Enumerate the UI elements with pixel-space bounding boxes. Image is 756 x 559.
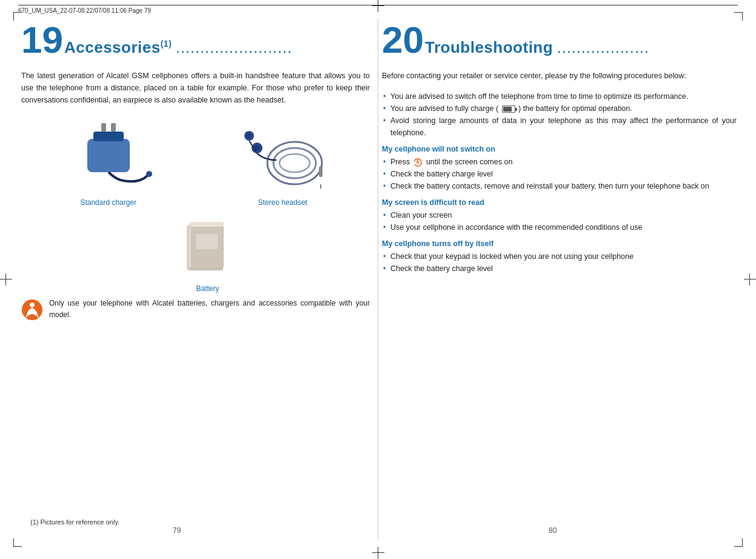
- charger-caption: Standard charger: [80, 198, 136, 207]
- page-number-80: 80: [549, 526, 557, 535]
- section1-bullet-3: Check the battery contacts, remove and r…: [382, 180, 737, 192]
- chapter20-heading: 20 Troubleshooting ...................: [382, 21, 737, 59]
- corner-mark-bl: [13, 538, 22, 547]
- intro-bullet-1: You are advised to switch off the teleph…: [382, 90, 737, 102]
- troubleshooting-intro: Before contacting your retailer or servi…: [382, 70, 737, 82]
- section3-bullet-2: Check the battery charge level: [382, 263, 737, 275]
- svg-point-20: [30, 303, 35, 307]
- svg-rect-3: [111, 123, 116, 132]
- chapter20-title: Troubleshooting ...................: [425, 38, 650, 57]
- warning-box: Only use your telephone with Alcatel bat…: [21, 298, 370, 321]
- header-bar: 670_UM_USA_22-07-08 22/07/08 11:06 Page …: [18, 5, 738, 14]
- svg-rect-12: [319, 166, 323, 177]
- chapter19-dots: ........................: [176, 43, 293, 55]
- section3-heading: My cellphone turns off by itself: [382, 239, 737, 248]
- section1-bullet-2: Check the battery charge level: [382, 168, 737, 180]
- section1-bullets: Press until the screen comes on Check th…: [382, 156, 737, 192]
- accessories-images: Standard charger Stereo heads: [21, 115, 370, 207]
- svg-point-4: [146, 171, 152, 177]
- chapter19-title: Accessories(1) ........................: [64, 38, 293, 57]
- warning-text: Only use your telephone with Alcatel bat…: [49, 298, 370, 321]
- section3-bullets: Check that your keypad is locked when yo…: [382, 250, 737, 275]
- section2-heading: My screen is difficult to read: [382, 198, 737, 207]
- section2-bullets: Clean your screen Use your cellphone in …: [382, 209, 737, 233]
- accessories-body-text: The latest generation of Alcatel GSM cel…: [21, 70, 370, 106]
- svg-point-11: [247, 133, 252, 138]
- page-left: 19 Accessories(1) ......................…: [21, 21, 370, 538]
- page-number-79: 79: [173, 526, 181, 535]
- page-right: 20 Troubleshooting ................... B…: [382, 21, 737, 538]
- section2-bullet-1: Clean your screen: [382, 209, 737, 221]
- page-divider: [378, 18, 378, 541]
- section3-bullet-1: Check that your keypad is locked when yo…: [382, 250, 737, 263]
- charger-item: Standard charger: [60, 115, 157, 207]
- svg-rect-17: [190, 222, 224, 227]
- svg-rect-18: [196, 234, 218, 249]
- corner-mark-br: [734, 538, 743, 547]
- header-text: 670_UM_USA_22-07-08 22/07/08 11:06 Page …: [18, 7, 151, 14]
- power-icon: [413, 158, 423, 167]
- section1-bullet-1: Press until the screen comes on: [382, 156, 737, 168]
- intro-bullet-2: You are advised to fully charge ( ) the …: [382, 102, 737, 115]
- section1-heading: My cellphone will not switch on: [382, 145, 737, 153]
- footnote: (1) Pictures for reference only.: [30, 518, 119, 526]
- headset-image: [234, 115, 331, 193]
- chapter19-number: 19: [21, 21, 63, 59]
- svg-rect-0: [87, 139, 130, 172]
- intro-bullet-3: Avoid storing large amounts of data in y…: [382, 115, 737, 139]
- battery-image: [178, 213, 238, 280]
- chapter20-dots: ...................: [558, 43, 650, 55]
- chapter19-heading: 19 Accessories(1) ......................…: [21, 21, 370, 59]
- battery-section: Battery: [45, 213, 370, 293]
- section2-bullet-2: Use your cellphone in accordance with th…: [382, 221, 737, 233]
- warning-icon: [21, 299, 43, 321]
- intro-bullet-list: You are advised to switch off the teleph…: [382, 90, 737, 139]
- svg-rect-1: [93, 132, 124, 141]
- chapter19-superscript: (1): [161, 39, 172, 49]
- crosshair-left: [0, 273, 12, 286]
- svg-point-7: [279, 154, 310, 172]
- charger-image: [60, 115, 157, 193]
- crosshair-bottom: [372, 547, 384, 559]
- headset-item: Stereo headset: [234, 115, 331, 207]
- crosshair-right: [744, 273, 756, 286]
- battery-caption: Battery: [196, 284, 219, 293]
- svg-rect-2: [101, 123, 106, 132]
- headset-caption: Stereo headset: [258, 198, 307, 207]
- chapter20-number: 20: [382, 21, 424, 59]
